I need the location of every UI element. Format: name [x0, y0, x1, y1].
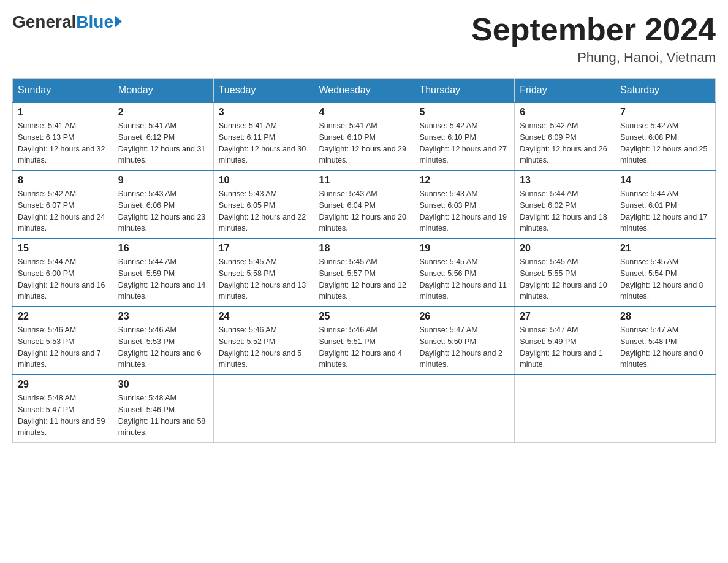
calendar-table: Sunday Monday Tuesday Wednesday Thursday… — [12, 78, 716, 443]
calendar-cell: 23Sunrise: 5:46 AMSunset: 5:53 PMDayligh… — [113, 307, 213, 375]
day-info: Sunrise: 5:45 AMSunset: 5:54 PMDaylight:… — [620, 256, 710, 302]
day-number: 27 — [520, 311, 610, 322]
day-info: Sunrise: 5:43 AMSunset: 6:03 PMDaylight:… — [419, 188, 509, 234]
calendar-cell: 6Sunrise: 5:42 AMSunset: 6:09 PMDaylight… — [515, 102, 615, 170]
day-number: 26 — [419, 311, 509, 322]
calendar-header-row: Sunday Monday Tuesday Wednesday Thursday… — [13, 79, 716, 103]
day-number: 8 — [18, 175, 108, 186]
day-info: Sunrise: 5:44 AMSunset: 5:59 PMDaylight:… — [118, 256, 208, 302]
day-number: 22 — [18, 311, 108, 322]
calendar-cell: 5Sunrise: 5:42 AMSunset: 6:10 PMDaylight… — [414, 102, 515, 170]
day-number: 13 — [520, 175, 610, 186]
day-info: Sunrise: 5:43 AMSunset: 6:05 PMDaylight:… — [219, 188, 309, 234]
calendar-cell: 26Sunrise: 5:47 AMSunset: 5:50 PMDayligh… — [414, 307, 515, 375]
day-number: 25 — [319, 311, 409, 322]
calendar-cell: 8Sunrise: 5:42 AMSunset: 6:07 PMDaylight… — [13, 170, 113, 239]
day-info: Sunrise: 5:46 AMSunset: 5:52 PMDaylight:… — [219, 324, 309, 370]
day-number: 1 — [18, 107, 108, 118]
day-info: Sunrise: 5:45 AMSunset: 5:57 PMDaylight:… — [319, 256, 409, 302]
day-number: 23 — [118, 311, 208, 322]
logo-general: General — [12, 12, 76, 32]
day-info: Sunrise: 5:47 AMSunset: 5:50 PMDaylight:… — [419, 324, 509, 370]
day-number: 20 — [520, 243, 610, 254]
calendar-cell — [213, 375, 314, 443]
logo-triangle-icon — [115, 15, 122, 28]
day-info: Sunrise: 5:42 AMSunset: 6:09 PMDaylight:… — [520, 120, 610, 166]
day-info: Sunrise: 5:43 AMSunset: 6:04 PMDaylight:… — [319, 188, 409, 234]
calendar-cell: 19Sunrise: 5:45 AMSunset: 5:56 PMDayligh… — [414, 239, 515, 307]
day-number: 3 — [219, 107, 309, 118]
calendar-cell: 7Sunrise: 5:42 AMSunset: 6:08 PMDaylight… — [615, 102, 716, 170]
day-number: 9 — [118, 175, 208, 186]
calendar-cell: 10Sunrise: 5:43 AMSunset: 6:05 PMDayligh… — [213, 170, 314, 239]
header-monday: Monday — [113, 79, 213, 103]
calendar-cell — [314, 375, 414, 443]
calendar-cell: 18Sunrise: 5:45 AMSunset: 5:57 PMDayligh… — [314, 239, 414, 307]
header-sunday: Sunday — [13, 79, 113, 103]
day-number: 7 — [620, 107, 710, 118]
day-info: Sunrise: 5:47 AMSunset: 5:49 PMDaylight:… — [520, 324, 610, 370]
day-number: 16 — [118, 243, 208, 254]
day-info: Sunrise: 5:42 AMSunset: 6:07 PMDaylight:… — [18, 188, 108, 234]
calendar-cell: 22Sunrise: 5:46 AMSunset: 5:53 PMDayligh… — [13, 307, 113, 375]
calendar-cell: 27Sunrise: 5:47 AMSunset: 5:49 PMDayligh… — [515, 307, 615, 375]
day-info: Sunrise: 5:48 AMSunset: 5:46 PMDaylight:… — [118, 393, 208, 439]
day-number: 28 — [620, 311, 710, 322]
calendar-cell: 2Sunrise: 5:41 AMSunset: 6:12 PMDaylight… — [113, 102, 213, 170]
day-number: 21 — [620, 243, 710, 254]
header-saturday: Saturday — [615, 79, 716, 103]
day-number: 15 — [18, 243, 108, 254]
day-info: Sunrise: 5:44 AMSunset: 6:00 PMDaylight:… — [18, 256, 108, 302]
calendar-week-1: 1Sunrise: 5:41 AMSunset: 6:13 PMDaylight… — [13, 102, 716, 170]
day-number: 10 — [219, 175, 309, 186]
page-header: General Blue September 2024 Phung, Hanoi… — [12, 12, 716, 66]
calendar-cell: 15Sunrise: 5:44 AMSunset: 6:00 PMDayligh… — [13, 239, 113, 307]
day-number: 2 — [118, 107, 208, 118]
calendar-cell: 3Sunrise: 5:41 AMSunset: 6:11 PMDaylight… — [213, 102, 314, 170]
calendar-cell — [515, 375, 615, 443]
header-thursday: Thursday — [414, 79, 515, 103]
day-number: 4 — [319, 107, 409, 118]
day-info: Sunrise: 5:47 AMSunset: 5:48 PMDaylight:… — [620, 324, 710, 370]
header-tuesday: Tuesday — [213, 79, 314, 103]
day-info: Sunrise: 5:48 AMSunset: 5:47 PMDaylight:… — [18, 393, 108, 439]
day-info: Sunrise: 5:44 AMSunset: 6:01 PMDaylight:… — [620, 188, 710, 234]
title-section: September 2024 Phung, Hanoi, Vietnam — [471, 12, 716, 66]
calendar-week-2: 8Sunrise: 5:42 AMSunset: 6:07 PMDaylight… — [13, 170, 716, 239]
day-number: 11 — [319, 175, 409, 186]
calendar-cell: 9Sunrise: 5:43 AMSunset: 6:06 PMDaylight… — [113, 170, 213, 239]
month-title: September 2024 — [471, 12, 716, 47]
calendar-week-4: 22Sunrise: 5:46 AMSunset: 5:53 PMDayligh… — [13, 307, 716, 375]
header-friday: Friday — [515, 79, 615, 103]
day-number: 18 — [319, 243, 409, 254]
day-info: Sunrise: 5:42 AMSunset: 6:08 PMDaylight:… — [620, 120, 710, 166]
calendar-cell: 20Sunrise: 5:45 AMSunset: 5:55 PMDayligh… — [515, 239, 615, 307]
logo: General Blue — [12, 12, 122, 32]
calendar-cell: 21Sunrise: 5:45 AMSunset: 5:54 PMDayligh… — [615, 239, 716, 307]
day-number: 24 — [219, 311, 309, 322]
day-info: Sunrise: 5:44 AMSunset: 6:02 PMDaylight:… — [520, 188, 610, 234]
day-number: 14 — [620, 175, 710, 186]
day-info: Sunrise: 5:46 AMSunset: 5:51 PMDaylight:… — [319, 324, 409, 370]
day-number: 5 — [419, 107, 509, 118]
day-info: Sunrise: 5:41 AMSunset: 6:10 PMDaylight:… — [319, 120, 409, 166]
calendar-cell: 1Sunrise: 5:41 AMSunset: 6:13 PMDaylight… — [13, 102, 113, 170]
day-info: Sunrise: 5:41 AMSunset: 6:11 PMDaylight:… — [219, 120, 309, 166]
calendar-week-5: 29Sunrise: 5:48 AMSunset: 5:47 PMDayligh… — [13, 375, 716, 443]
calendar-week-3: 15Sunrise: 5:44 AMSunset: 6:00 PMDayligh… — [13, 239, 716, 307]
day-number: 6 — [520, 107, 610, 118]
logo-blue-text: Blue — [76, 12, 113, 32]
calendar-cell — [615, 375, 716, 443]
calendar-cell: 28Sunrise: 5:47 AMSunset: 5:48 PMDayligh… — [615, 307, 716, 375]
calendar-cell: 17Sunrise: 5:45 AMSunset: 5:58 PMDayligh… — [213, 239, 314, 307]
day-number: 12 — [419, 175, 509, 186]
calendar-cell: 30Sunrise: 5:48 AMSunset: 5:46 PMDayligh… — [113, 375, 213, 443]
day-number: 17 — [219, 243, 309, 254]
day-info: Sunrise: 5:42 AMSunset: 6:10 PMDaylight:… — [419, 120, 509, 166]
calendar-cell: 24Sunrise: 5:46 AMSunset: 5:52 PMDayligh… — [213, 307, 314, 375]
day-number: 30 — [118, 379, 208, 390]
day-info: Sunrise: 5:43 AMSunset: 6:06 PMDaylight:… — [118, 188, 208, 234]
logo-blue-part: Blue — [76, 12, 122, 32]
day-number: 19 — [419, 243, 509, 254]
day-info: Sunrise: 5:45 AMSunset: 5:56 PMDaylight:… — [419, 256, 509, 302]
